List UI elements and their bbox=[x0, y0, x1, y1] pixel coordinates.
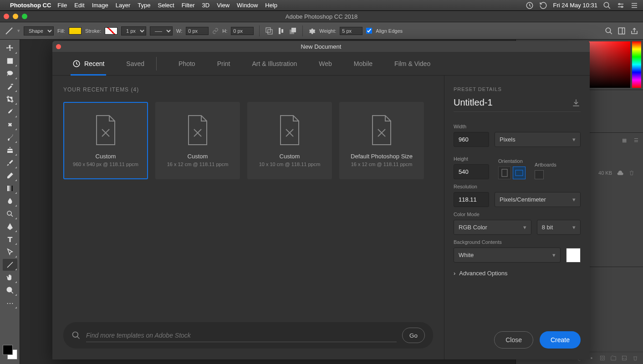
path-selection-tool[interactable] bbox=[3, 246, 17, 258]
width-unit-select[interactable]: Pixels bbox=[495, 132, 581, 147]
menu-layer[interactable]: Layer bbox=[116, 2, 131, 9]
align-edges-checkbox[interactable] bbox=[366, 28, 372, 34]
window-maximize-button[interactable] bbox=[22, 14, 27, 19]
tab-art[interactable]: Art & Illustration bbox=[241, 52, 308, 76]
tool-chevron-icon[interactable]: ▾ bbox=[17, 28, 20, 34]
weight-input[interactable] bbox=[340, 27, 362, 35]
path-align-icon[interactable] bbox=[277, 27, 285, 35]
workspace-icon[interactable] bbox=[617, 27, 626, 35]
lasso-tool[interactable] bbox=[3, 68, 17, 80]
color-mode-select[interactable]: RGB Color bbox=[454, 220, 531, 235]
eyedropper-tool[interactable] bbox=[3, 106, 17, 118]
zoom-tool[interactable] bbox=[3, 284, 17, 296]
go-button[interactable]: Go bbox=[402, 328, 425, 343]
height-value-input[interactable] bbox=[454, 164, 489, 179]
tab-recent[interactable]: Recent bbox=[61, 52, 115, 76]
stroke-swatch[interactable] bbox=[105, 27, 117, 35]
resolution-unit-select[interactable]: Pixels/Centimeter bbox=[495, 192, 581, 207]
bg-contents-select[interactable]: White bbox=[454, 248, 561, 263]
hand-tool[interactable] bbox=[3, 272, 17, 283]
new-layer-icon[interactable] bbox=[621, 355, 628, 361]
history-icon[interactable] bbox=[539, 1, 547, 10]
path-combine-icon[interactable] bbox=[265, 27, 273, 35]
preset-card[interactable]: Custom 960 x 540 px @ 118.11 ppcm bbox=[63, 102, 148, 179]
menu-view[interactable]: View bbox=[217, 2, 230, 9]
crop-tool[interactable] bbox=[3, 93, 17, 105]
menu-help[interactable]: Help bbox=[265, 2, 277, 9]
menu-window[interactable]: Window bbox=[237, 2, 258, 9]
width-value-input[interactable] bbox=[454, 132, 489, 147]
height-input[interactable] bbox=[231, 27, 254, 35]
brush-tool[interactable] bbox=[3, 131, 17, 143]
hue-slider[interactable] bbox=[632, 41, 641, 88]
eraser-tool[interactable] bbox=[3, 170, 17, 182]
color-swatches[interactable] bbox=[3, 345, 17, 359]
menu-select[interactable]: Select bbox=[158, 2, 174, 9]
edit-toolbar[interactable]: ⋯ bbox=[3, 297, 17, 309]
foreground-color-swatch[interactable] bbox=[3, 345, 13, 355]
preset-card[interactable]: Custom 10 x 10 cm @ 118.11 ppcm bbox=[247, 102, 332, 179]
history-brush-tool[interactable] bbox=[3, 157, 17, 169]
artboards-checkbox[interactable] bbox=[535, 170, 544, 179]
tab-print[interactable]: Print bbox=[206, 52, 241, 76]
menu-file[interactable]: File bbox=[57, 2, 67, 9]
fill-swatch[interactable] bbox=[69, 27, 82, 35]
layer-mask-icon[interactable] bbox=[599, 355, 606, 361]
stroke-width-select[interactable]: 1 px bbox=[121, 26, 146, 35]
menu-type[interactable]: Type bbox=[138, 2, 150, 9]
dodge-tool[interactable] bbox=[3, 208, 17, 220]
close-button[interactable]: Close bbox=[494, 331, 533, 349]
path-arrange-icon[interactable] bbox=[289, 27, 297, 35]
tab-photo[interactable]: Photo bbox=[168, 52, 206, 76]
trash-icon[interactable] bbox=[628, 170, 635, 176]
control-center-icon[interactable] bbox=[617, 1, 625, 10]
bg-color-swatch[interactable] bbox=[566, 248, 581, 263]
save-preset-icon[interactable] bbox=[572, 98, 581, 107]
spotlight-icon[interactable] bbox=[603, 1, 611, 10]
tab-mobile[interactable]: Mobile bbox=[343, 52, 383, 76]
healing-tool[interactable] bbox=[3, 119, 17, 131]
clone-stamp-tool[interactable] bbox=[3, 144, 17, 156]
datetime[interactable]: Fri 24 May 10:31 bbox=[553, 2, 597, 9]
dialog-close-traffic-light[interactable] bbox=[56, 44, 61, 49]
preset-card[interactable]: Custom 16 x 12 cm @ 118.11 ppcm bbox=[155, 102, 240, 179]
link-icon[interactable] bbox=[212, 28, 219, 34]
advanced-options-toggle[interactable]: › Advanced Options bbox=[454, 270, 581, 277]
line-tool[interactable] bbox=[3, 259, 17, 271]
orientation-landscape[interactable] bbox=[513, 167, 526, 179]
tab-saved[interactable]: Saved bbox=[115, 52, 168, 76]
app-name[interactable]: Photoshop CC bbox=[10, 2, 51, 9]
new-group-icon[interactable] bbox=[610, 355, 617, 361]
tab-web[interactable]: Web bbox=[308, 52, 343, 76]
shape-mode-select[interactable]: Shape bbox=[24, 26, 54, 35]
orientation-portrait[interactable] bbox=[498, 167, 511, 179]
window-minimize-button[interactable] bbox=[13, 14, 18, 19]
preset-card[interactable]: Default Photoshop Size 16 x 12 cm @ 118.… bbox=[339, 102, 424, 179]
grid-view-icon[interactable]: ▦ bbox=[622, 137, 627, 143]
menu-image[interactable]: Image bbox=[92, 2, 108, 9]
magic-wand-tool[interactable] bbox=[3, 81, 17, 92]
notifications-icon[interactable] bbox=[630, 1, 638, 10]
search-icon[interactable] bbox=[605, 27, 613, 35]
stroke-style-select[interactable]: —— bbox=[150, 26, 173, 35]
blur-tool[interactable] bbox=[3, 195, 17, 207]
document-name-input[interactable] bbox=[454, 97, 572, 108]
gradient-tool[interactable] bbox=[3, 182, 17, 194]
gear-icon[interactable] bbox=[308, 27, 316, 35]
pen-tool[interactable] bbox=[3, 221, 17, 233]
marquee-tool[interactable] bbox=[3, 55, 17, 67]
type-tool[interactable] bbox=[3, 233, 17, 245]
share-icon[interactable] bbox=[630, 27, 638, 35]
delete-layer-icon[interactable] bbox=[632, 355, 638, 361]
bit-depth-select[interactable]: 8 bit bbox=[537, 220, 581, 235]
clock-icon[interactable] bbox=[526, 1, 534, 10]
width-input[interactable] bbox=[186, 27, 209, 35]
move-tool[interactable] bbox=[3, 42, 17, 54]
template-search-input[interactable] bbox=[86, 329, 397, 342]
tab-film[interactable]: Film & Video bbox=[383, 52, 441, 76]
list-view-icon[interactable]: ☰ bbox=[634, 137, 638, 143]
menu-filter[interactable]: Filter bbox=[182, 2, 195, 9]
menu-3d[interactable]: 3D bbox=[202, 2, 210, 9]
resolution-value-input[interactable] bbox=[454, 192, 489, 207]
menu-edit[interactable]: Edit bbox=[74, 2, 84, 9]
